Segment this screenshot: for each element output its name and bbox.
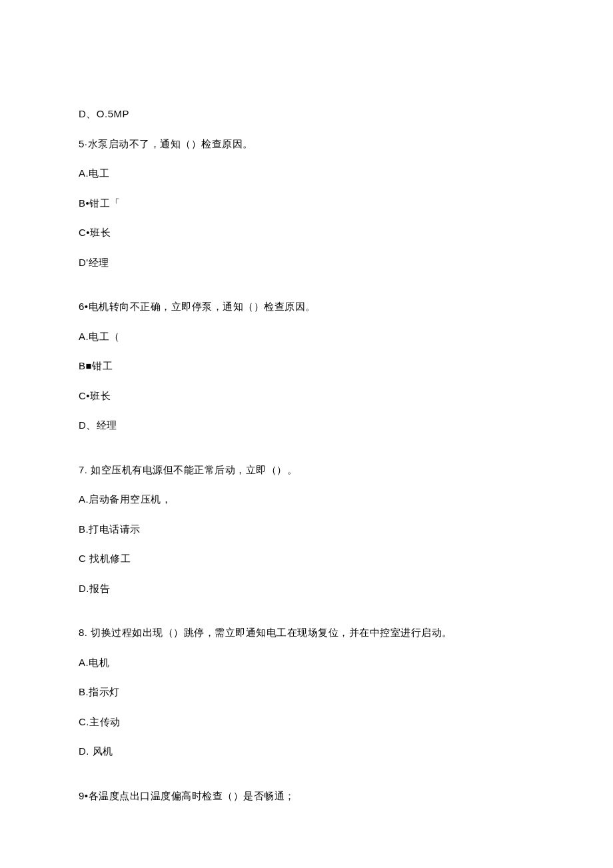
text-line: A.电工 [79,166,534,181]
text-line: D. 风机 [79,744,534,759]
text-line: 6•电机转向不正确，立即停泵，通知（）检查原因。 [79,299,534,315]
text-line: A.电机 [79,655,534,671]
text-line: B•钳工「 [79,196,534,211]
text-line: B.打电话请示 [79,522,534,537]
text-line: 9•各温度点出口温度偏高时检查（）是否畅通； [79,789,534,804]
text-line: D、经理 [79,418,534,433]
text-line: C 找机修工 [79,551,534,567]
text-line: C•班长 [79,225,534,241]
text-line: C•班长 [79,389,534,404]
text-line: B.指示灯 [79,685,534,700]
text-line: B■钳工 [79,359,534,374]
text-line: C.主传动 [79,715,534,730]
text-line: A.电工（ [79,329,534,345]
text-line: D.报告 [79,581,534,597]
text-line: A.启动备用空压机， [79,492,534,507]
text-line: 7. 如空压机有电源但不能正常后动，立即（）。 [79,463,534,478]
text-line: 8. 切换过程如出现（）跳停，需立即通知电工在现场复位，并在中控室进行启动。 [79,625,534,641]
text-line: D'经理 [79,255,534,271]
text-line: D、O.5MP [79,107,534,122]
text-line: 5·水泵启动不了，通知（）检查原因。 [79,137,534,152]
